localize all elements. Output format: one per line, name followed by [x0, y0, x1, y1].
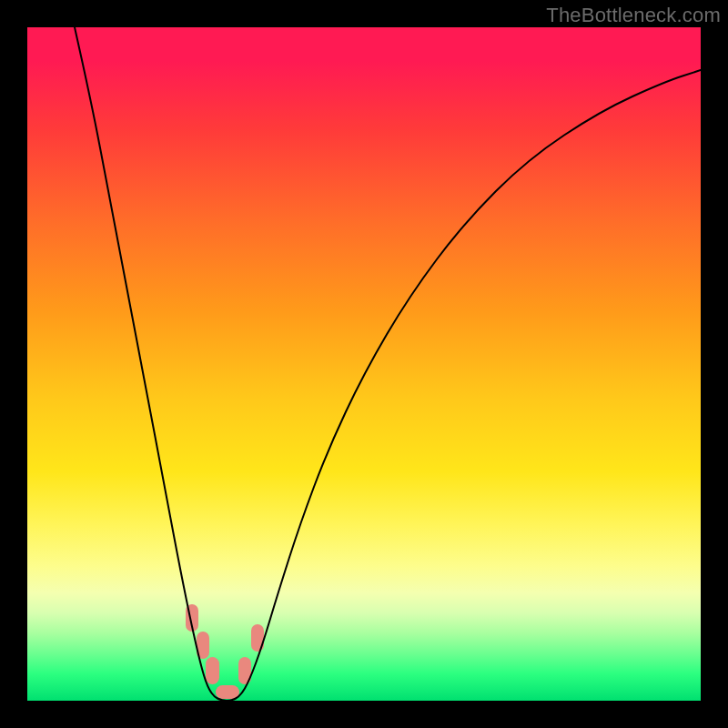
chart-frame: TheBottleneck.com: [0, 0, 728, 728]
bottleneck-curve: [75, 27, 701, 701]
plot-area: [27, 27, 701, 701]
watermark-text: TheBottleneck.com: [546, 4, 721, 27]
marker-valley: [216, 685, 239, 699]
chart-svg: [27, 27, 701, 701]
marker-left-low: [206, 657, 219, 684]
